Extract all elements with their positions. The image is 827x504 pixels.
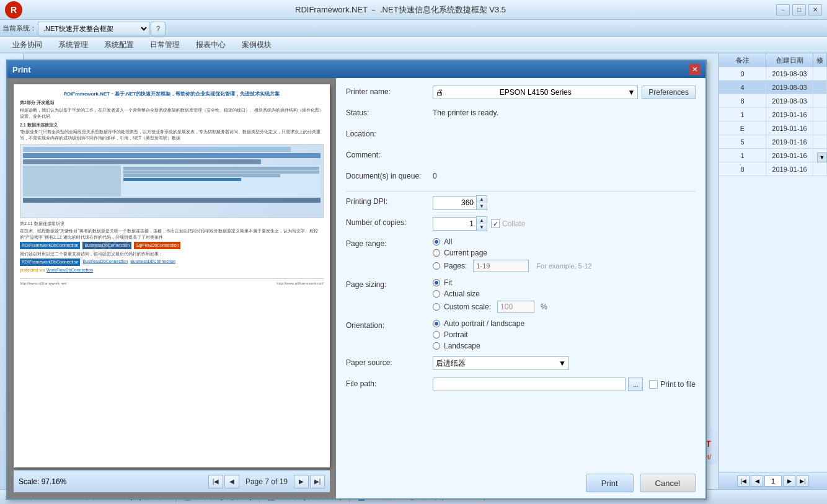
copies-input[interactable] (433, 217, 476, 231)
orientation-landscape-radio[interactable] (433, 342, 440, 350)
preview-doc-title: RDIFramework.NET－基于.NET的快速开发框架，帮助你的企业实现优… (20, 91, 324, 97)
page-range-current-radio[interactable] (433, 249, 440, 257)
cancel-button[interactable]: Cancel (640, 474, 696, 492)
page-range-all-option[interactable]: All (433, 237, 592, 246)
system-selector[interactable]: .NET快速开发整合框架 (38, 22, 149, 35)
collate-label: Collate (502, 219, 525, 228)
page-sizing-custom-radio[interactable] (433, 303, 440, 311)
table-row[interactable]: E 2019-01-16 (719, 122, 827, 135)
rpanel-next-btn[interactable]: ▶ (783, 475, 795, 487)
page-range-all-radio[interactable] (433, 238, 440, 245)
dpi-down-btn[interactable]: ▼ (477, 203, 487, 210)
location-row: Location: (346, 128, 696, 143)
note-cell: 0 (719, 67, 766, 80)
page-range-all-label: All (444, 237, 452, 246)
file-path-input[interactable] (433, 378, 626, 391)
preview-body1: 根据诊断，我们认为以基于平发的工作，在开发者进入一个营营整合全新系统框架的数据库… (20, 107, 324, 120)
custom-scale-input[interactable] (497, 301, 534, 313)
orientation-auto-radio[interactable] (433, 320, 440, 327)
page-range-row: Page range: All Current page Pages: (346, 237, 696, 272)
right-panel: 备注 创建日期 修 0 2019-08-03 4 2019-08-03 8 20… (719, 53, 827, 489)
copies-spinner-btns: ▲ ▼ (476, 216, 487, 231)
date-cell: 2019-01-16 (766, 162, 813, 175)
paper-source-label: Paper source: (346, 356, 433, 367)
preview-prev-btn[interactable]: ◀ (224, 475, 239, 489)
right-panel-pagination: |◀ ◀ ▶ ▶| (719, 472, 827, 489)
page-range-pages-radio[interactable] (433, 262, 440, 270)
mod-cell (813, 162, 827, 175)
close-button[interactable]: ✕ (808, 4, 822, 15)
note-cell: 1 (719, 108, 766, 121)
nav-item-system-config[interactable]: 系统配置 (97, 38, 141, 52)
file-path-label: File path: (346, 378, 433, 388)
table-row[interactable]: 0 2019-08-03 (719, 67, 827, 81)
table-row[interactable]: 1 2019-01-16 (719, 149, 827, 162)
paper-source-control: 后进纸器 ▼ (433, 356, 696, 370)
page-sizing-fit-label: Fit (444, 278, 452, 287)
copies-down-btn[interactable]: ▼ (477, 224, 487, 231)
file-path-wrap: ... Print to file (433, 378, 696, 391)
scroll-down-arrow[interactable]: ▼ (817, 153, 827, 162)
browse-button[interactable]: ... (628, 378, 643, 391)
dpi-input[interactable] (433, 196, 476, 210)
page-sizing-group: Fit Actual size Custom scale: % (433, 278, 547, 313)
orientation-portrait-radio[interactable] (433, 331, 440, 338)
scale-pct: % (541, 303, 547, 311)
preview-first-btn[interactable]: |◀ (208, 475, 223, 489)
dialog-title-bar: Print ✕ (7, 61, 705, 78)
rpanel-prev-btn[interactable]: ◀ (751, 475, 763, 487)
orientation-landscape-option[interactable]: Landscape (433, 342, 524, 350)
nav-item-cases[interactable]: 案例模块 (234, 38, 279, 52)
page-sizing-actual-radio[interactable] (433, 290, 440, 298)
note-cell: 8 (719, 94, 766, 107)
nav-item-business[interactable]: 业务协同 (5, 38, 50, 52)
nav-item-daily-mgmt[interactable]: 日常管理 (143, 38, 187, 52)
preferences-button[interactable]: Preferences (642, 86, 696, 99)
rpanel-first-btn[interactable]: |◀ (737, 475, 750, 487)
page-range-current-option[interactable]: Current page (433, 249, 592, 257)
nav-item-report[interactable]: 报表中心 (188, 38, 233, 52)
print-button[interactable]: Print (586, 474, 634, 492)
printer-dropdown-arrow: ▼ (627, 88, 635, 97)
dpi-control: ▲ ▼ (433, 195, 696, 210)
comment-row: Comment: (346, 149, 696, 164)
orientation-portrait-option[interactable]: Portrait (433, 330, 524, 339)
collate-checkbox[interactable] (491, 219, 500, 228)
paper-source-dropdown[interactable]: 后进纸器 ▼ (433, 356, 569, 370)
page-sizing-fit-option[interactable]: Fit (433, 278, 547, 287)
dpi-up-btn[interactable]: ▲ (477, 196, 487, 203)
documents-value: 0 (433, 170, 696, 180)
dpi-row: Printing DPI: ▲ ▼ (346, 195, 696, 210)
page-range-pages-label: Pages: (444, 262, 467, 270)
printer-dropdown[interactable]: 🖨 EPSON L4150 Series ▼ (433, 86, 638, 99)
page-sizing-fit-radio[interactable] (433, 279, 440, 286)
copies-up-btn[interactable]: ▲ (477, 217, 487, 224)
preview-last-btn[interactable]: ▶| (310, 475, 325, 489)
table-row[interactable]: 5 2019-01-16 (719, 135, 827, 149)
page-sizing-custom-option[interactable]: Custom scale: % (433, 301, 547, 313)
rpanel-page-input[interactable] (764, 475, 782, 487)
col-mod: 修 (813, 53, 827, 67)
table-row[interactable]: 8 2019-01-16 (719, 162, 827, 176)
orientation-auto-option[interactable]: Auto portrait / landscape (433, 319, 524, 328)
table-row[interactable]: 8 2019-08-03 (719, 94, 827, 108)
help-button[interactable]: ? (151, 22, 166, 35)
orientation-auto-label: Auto portrait / landscape (444, 319, 524, 328)
pages-input[interactable] (473, 260, 529, 272)
page-sizing-actual-option[interactable]: Actual size (433, 290, 547, 298)
table-row[interactable]: 1 2019-01-16 (719, 108, 827, 122)
nav-item-system-mgmt[interactable]: 系统管理 (51, 38, 95, 52)
status-value: The printer is ready. (433, 107, 696, 117)
maximize-button[interactable]: □ (792, 4, 806, 15)
dialog-title-text: Print (12, 65, 31, 74)
table-row[interactable]: 4 2019-08-03 (719, 81, 827, 94)
print-to-file-checkbox[interactable] (649, 380, 658, 389)
minimize-button[interactable]: － (776, 4, 790, 15)
preview-para: 第2.11 数据连接组织设 (20, 221, 324, 227)
date-cell: 2019-01-16 (766, 135, 813, 148)
rpanel-last-btn[interactable]: ▶| (797, 475, 809, 487)
page-range-pages-option[interactable]: Pages: For example, 5-12 (433, 260, 592, 272)
dialog-close-button[interactable]: ✕ (689, 64, 701, 75)
copies-spinner: ▲ ▼ (433, 216, 487, 231)
preview-next-btn[interactable]: ▶ (294, 475, 309, 489)
